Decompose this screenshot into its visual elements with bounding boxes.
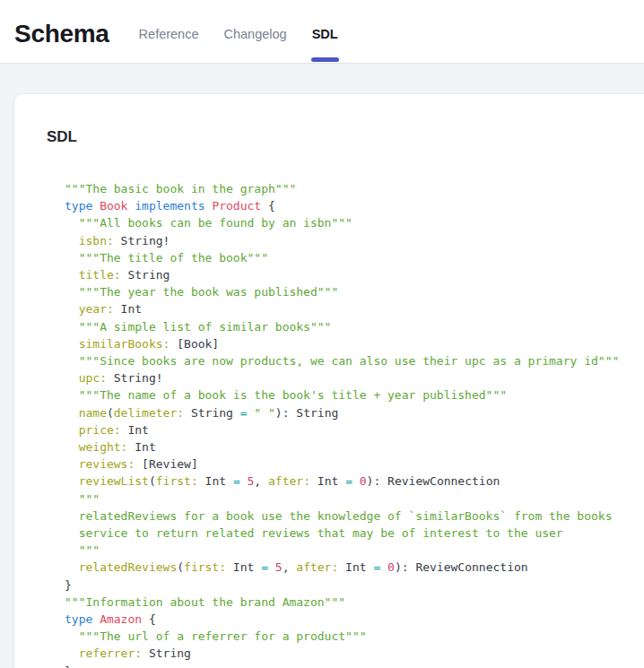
page-header: Schema ReferenceChangelogSDL	[0, 0, 644, 64]
code-line: reviewList(first: Int = 5, after: Int = …	[65, 473, 628, 490]
code-line: isbn: String!	[65, 232, 628, 249]
code-line: """	[65, 490, 628, 508]
card-heading: SDL	[47, 128, 628, 146]
code-line: """A simple list of similar books"""	[65, 318, 628, 335]
tab-reference[interactable]: Reference	[138, 5, 200, 63]
code-line: relatedReviews(first: Int = 5, after: In…	[65, 559, 628, 576]
code-line: """Information about the brand Amazon"""	[65, 594, 628, 611]
code-line: year: Int	[65, 300, 628, 317]
code-line: """Since books are now products, we can …	[65, 352, 628, 369]
code-line: """	[65, 542, 628, 559]
code-line: name(delimeter: String = " "): String	[65, 404, 628, 421]
code-line: }	[65, 663, 628, 668]
sdl-card: SDL """The basic book in the graph"""typ…	[14, 94, 644, 668]
code-line: upc: String!	[65, 369, 628, 386]
code-line: type Book implements Product {	[65, 197, 628, 214]
code-line: price: Int	[65, 421, 628, 438]
tab-changelog[interactable]: Changelog	[223, 5, 288, 63]
code-line: """The title of the book"""	[65, 249, 628, 266]
code-line: similarBooks: [Book]	[65, 335, 628, 352]
code-line: relatedReviews for a book use the knowle…	[65, 508, 628, 525]
code-line: title: String	[65, 266, 628, 283]
code-line: """The name of a book is the book's titl…	[65, 386, 628, 403]
code-line: type Amazon {	[65, 611, 628, 628]
code-line: """The year the book was published"""	[65, 283, 628, 300]
page-title: Schema	[14, 20, 109, 48]
code-line: """The basic book in the graph"""	[65, 180, 628, 197]
code-line: """All books can be found by an isbn"""	[65, 214, 628, 231]
content-area: SDL """The basic book in the graph"""typ…	[0, 64, 644, 668]
code-line: """The url of a referrer for a product""…	[65, 628, 628, 645]
tab-sdl[interactable]: SDL	[311, 5, 339, 63]
code-line: service to return related reviews that m…	[65, 525, 628, 542]
code-line: weight: Int	[65, 438, 628, 455]
code-line: }	[65, 577, 628, 594]
code-line: referrer: String	[65, 645, 628, 662]
code-line: reviews: [Review]	[65, 455, 628, 473]
sdl-code-block: """The basic book in the graph"""type Bo…	[65, 180, 628, 668]
tab-bar: ReferenceChangelogSDL	[138, 5, 339, 63]
